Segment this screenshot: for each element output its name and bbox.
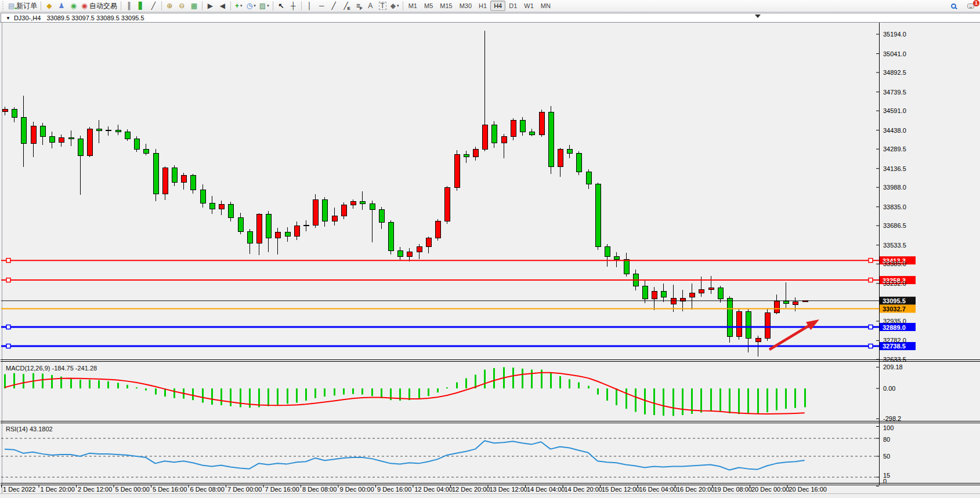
- date-tick-label: 14 Dec 04:00: [527, 486, 565, 493]
- candle-bear: [96, 129, 102, 131]
- candle-bull: [59, 138, 64, 142]
- hline-handle[interactable]: [869, 278, 873, 282]
- date-tick-label: 12 Dec 04:00: [415, 486, 453, 493]
- price-tick: 33686.5: [883, 222, 906, 229]
- candle-bull: [482, 125, 487, 149]
- rsi-line: [5, 441, 805, 470]
- price-tick: 34136.5: [883, 165, 906, 172]
- date-tick-label: 8 Dec 08:00: [302, 486, 337, 493]
- hline-handle[interactable]: [869, 259, 873, 263]
- candle-bear: [209, 203, 215, 209]
- chart-shift-marker[interactable]: [755, 14, 761, 18]
- date-tick-label: 6 Dec 08:00: [190, 486, 225, 493]
- price-tick: 35041.0: [883, 50, 906, 57]
- hline-handle[interactable]: [6, 344, 10, 348]
- hline-handle[interactable]: [6, 259, 10, 263]
- rsi-axis-tick: 0: [883, 478, 887, 485]
- price-tick: 33385.0: [883, 260, 906, 267]
- rsi-panel: 1008050150: [1, 424, 894, 486]
- price-tick: 34438.0: [883, 127, 906, 134]
- candle-bear: [661, 291, 666, 297]
- candle-bull: [793, 302, 798, 305]
- candle-bear: [529, 132, 534, 135]
- price-tick: 32935.0: [883, 318, 906, 325]
- hline-handle[interactable]: [869, 344, 873, 348]
- candle-bull: [294, 226, 299, 237]
- candle-bear: [247, 231, 252, 243]
- date-tick-label: 7 Dec 16:00: [265, 486, 299, 493]
- candle-bull: [652, 291, 657, 299]
- candle-bull: [765, 312, 770, 338]
- candle-bull: [106, 130, 111, 131]
- price-tick: 34892.5: [883, 69, 906, 76]
- window-bottom-strip: [0, 493, 980, 498]
- price-tick: 33988.0: [883, 184, 906, 191]
- price-tick: 35194.0: [883, 31, 906, 38]
- candle-bull: [539, 112, 544, 135]
- macd-axis-tick: -298.2: [883, 415, 901, 422]
- candle-bear: [397, 250, 403, 256]
- candle-bear: [143, 149, 149, 153]
- price-tick: 33533.5: [883, 242, 906, 249]
- candle-bull: [162, 168, 168, 194]
- price-axis: 35194.035041.034892.534739.534591.034438…: [876, 31, 906, 363]
- candle-bear: [21, 117, 26, 143]
- candle-bull: [219, 204, 224, 209]
- date-tick-label: 14 Dec 20:00: [565, 486, 602, 493]
- hline-handle[interactable]: [6, 278, 10, 282]
- candle-bear: [520, 121, 525, 132]
- hline-handle[interactable]: [6, 325, 10, 329]
- candle-bear: [595, 184, 601, 247]
- trading-app-window: ▤+新订单◆♟◉◉自动交易║▋╱⊕⊖▦▶◀+▾◷▾▨▾↖┼│─╱╱E≡FAT◆▾…: [0, 0, 980, 498]
- candle-bear: [718, 288, 723, 299]
- rsi-axis-tick: 80: [883, 436, 890, 443]
- price-tick: 33835.0: [883, 203, 906, 210]
- candle-bull: [2, 109, 8, 111]
- candle-bear: [115, 130, 121, 132]
- price-tick: 33232.0: [883, 280, 906, 287]
- date-tick-label: 5 Dec 16:00: [153, 486, 187, 493]
- price-tick: 32633.5: [883, 356, 906, 363]
- candle-bear: [153, 153, 158, 194]
- candle-bull: [275, 232, 280, 238]
- candle-bear: [40, 126, 45, 137]
- candles-layer: [2, 31, 808, 357]
- candle-bear: [642, 286, 648, 299]
- hline-handle[interactable]: [869, 325, 873, 329]
- date-tick-label: 13 Dec 12:00: [490, 486, 527, 493]
- candle-bull: [332, 216, 337, 221]
- candle-bull: [350, 202, 356, 205]
- chart-canvas[interactable]: 33413.333258.333095.533032.732889.032738…: [0, 0, 980, 498]
- candle-bear: [388, 222, 393, 250]
- price-label-text: 33032.7: [883, 306, 906, 312]
- candle-bear: [360, 202, 365, 203]
- candle-bear: [172, 168, 177, 182]
- price-label-text: 33095.5: [883, 297, 906, 304]
- candle-bull: [501, 136, 507, 143]
- date-tick-label: 20 Dec 00:00: [751, 486, 789, 493]
- candle-bear: [228, 204, 233, 217]
- candle-bull: [417, 247, 422, 252]
- candle-bull: [558, 149, 563, 167]
- candle-bear: [370, 203, 375, 209]
- candle-bull: [699, 290, 704, 293]
- trend-arrow[interactable]: [769, 319, 819, 350]
- date-tick-label: 20 Dec 16:00: [789, 486, 827, 493]
- candle-bull: [708, 288, 714, 290]
- candle-bear: [567, 149, 572, 154]
- candle-bull: [87, 129, 92, 155]
- date-tick-label: 16 Dec 20:00: [677, 486, 714, 493]
- candle-bear: [200, 190, 205, 203]
- candle-bear: [12, 109, 17, 117]
- candle-bull: [341, 205, 346, 216]
- candle-bear: [624, 260, 629, 274]
- candle-bear: [783, 301, 789, 303]
- candle-bull: [256, 215, 262, 243]
- macd-indicator-label: MACD(12,26,9) -184.75 -241.28: [6, 365, 97, 372]
- candle-bear: [134, 139, 139, 149]
- date-tick-label: 19 Dec 08:00: [714, 486, 752, 493]
- candle-bear: [379, 209, 384, 222]
- candle-bear: [576, 154, 581, 172]
- date-tick-label: 1 Dec 20:00: [41, 486, 75, 493]
- date-tick-label: 15 Dec 12:00: [602, 486, 639, 493]
